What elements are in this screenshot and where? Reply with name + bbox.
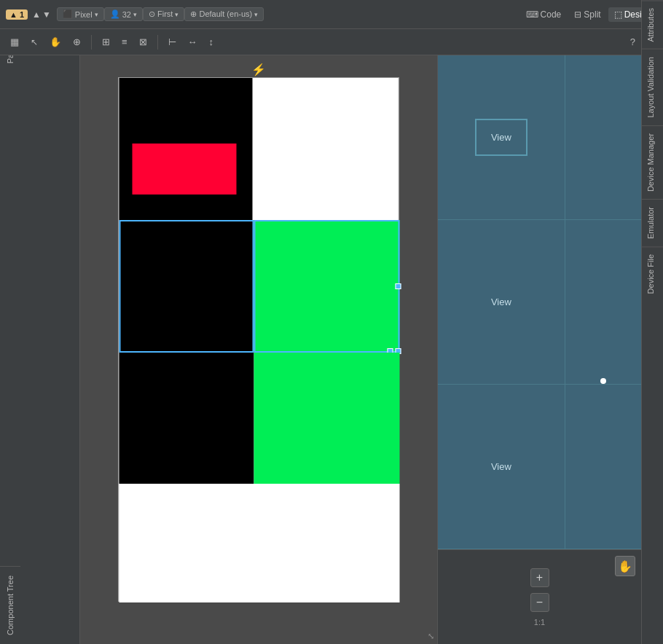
rulers-btn[interactable]: ⊢ xyxy=(164,34,181,50)
toolbar2-help-btn[interactable]: ? xyxy=(630,36,635,47)
mirror-h-btn[interactable]: ↔ xyxy=(184,34,202,50)
palette-icon: ▦ xyxy=(10,36,19,47)
zoom-out-btn[interactable]: − xyxy=(530,593,549,612)
up-arrow-btn[interactable]: ▲ xyxy=(32,9,41,20)
pixel-dropdown[interactable]: ⬛ Pixel ▾ xyxy=(57,7,104,21)
toolbar2: ▦ ↖ ✋ ⊕ ⊞ ≡ ⊠ ⊢ ↔ ↕ ? xyxy=(0,29,641,55)
inner-view-box: View xyxy=(475,119,527,156)
view-row-3-cells: View xyxy=(438,385,641,549)
view-cell-2-1: View xyxy=(438,220,565,384)
palette-toggle-btn[interactable]: ▦ xyxy=(6,34,23,50)
view-row-1-cells: View xyxy=(438,55,641,219)
down-arrow-btn[interactable]: ▼ xyxy=(42,9,51,20)
split-btn[interactable]: ⊟ Split xyxy=(568,7,606,22)
mirror-v-icon: ↕ xyxy=(209,36,214,47)
blueprint-btn[interactable]: ⊠ xyxy=(135,34,152,50)
view-mode-buttons: ⌨ Code ⊟ Split ⬚ Design xyxy=(520,7,657,22)
top-toolbar: ▲ 1 ▲ ▼ ⬛ Pixel ▾ 👤 32 ▾ ⊙ First ▾ ⊕ Def… xyxy=(0,0,663,29)
size-dropdown[interactable]: 👤 32 ▾ xyxy=(104,7,143,21)
cell-white-bottom xyxy=(119,484,400,602)
rulers-icon: ⊢ xyxy=(168,36,176,47)
mirror-v-btn[interactable]: ↕ xyxy=(205,34,219,50)
cell-white-topright xyxy=(253,78,399,220)
zoom-btn[interactable]: ⊕ xyxy=(68,34,85,50)
right-component-panel: View View View xyxy=(437,55,641,644)
view-row-2: View xyxy=(438,220,641,385)
list-view-btn[interactable]: ≡ xyxy=(117,34,132,50)
view-row-3: View xyxy=(438,385,641,549)
scale-corner-icon: ⤡ xyxy=(428,632,434,641)
zoom-in-btn[interactable]: + xyxy=(530,568,549,587)
default-locale-dropdown[interactable]: ⊕ Default (en-us) ▾ xyxy=(184,7,264,21)
split-icon: ⊟ xyxy=(574,9,581,20)
view-cell-1-1: View xyxy=(438,55,565,219)
right-tab-emulator[interactable]: Emulator xyxy=(642,199,663,246)
first-dropdown[interactable]: ⊙ First ▾ xyxy=(143,7,184,21)
cell-green-botright xyxy=(254,353,400,484)
right-panel: Attributes Layout Validation Device Mana… xyxy=(641,0,663,644)
grid-icon: ⊞ xyxy=(102,36,110,47)
size-icon: 👤 xyxy=(110,9,120,19)
component-tree-tab[interactable]: Component Tree xyxy=(0,566,20,644)
selection-dot xyxy=(600,378,606,384)
code-btn[interactable]: ⌨ Code xyxy=(520,7,568,22)
right-tab-attributes[interactable]: Attributes xyxy=(642,0,663,49)
pan-btn[interactable]: ✋ xyxy=(45,34,66,50)
zoom-ratio-label: 1:1 xyxy=(534,618,545,627)
separator1 xyxy=(91,35,92,50)
view-row-2-cells: View xyxy=(438,220,641,384)
hand-pan-btn[interactable]: ✋ xyxy=(615,556,635,576)
pan-icon: ✋ xyxy=(50,36,61,47)
list-icon: ≡ xyxy=(122,36,128,47)
separator2 xyxy=(157,35,158,50)
warning-badge: ▲ 1 xyxy=(6,9,28,20)
cell-green-midright[interactable] xyxy=(254,220,400,353)
zoom-icon: ⊕ xyxy=(73,36,81,47)
panel-bottom-controls: ✋ + − 1:1 xyxy=(438,549,641,644)
right-tab-device-file[interactable]: Device File xyxy=(642,246,663,301)
layout-canvas[interactable] xyxy=(119,77,399,602)
left-sidebar: Palette Component Tree xyxy=(0,29,80,644)
pixel-icon: ⬛ xyxy=(63,9,73,19)
design-icon: ⬚ xyxy=(614,9,622,20)
code-icon: ⌨ xyxy=(526,9,538,20)
cell-black-botleft xyxy=(119,353,254,484)
view-cell-1-2 xyxy=(565,55,641,219)
select-icon: ↖ xyxy=(31,37,38,47)
view-cell-3-2 xyxy=(565,385,641,549)
view-cell-2-2 xyxy=(565,220,641,384)
blueprint-icon: ⊠ xyxy=(139,36,147,47)
view-row-1: View xyxy=(438,55,641,220)
toggle-grid-btn[interactable]: ⊞ xyxy=(98,34,114,50)
right-tab-device-manager[interactable]: Device Manager xyxy=(642,125,663,199)
cell-black-midleft[interactable] xyxy=(119,220,254,353)
mirror-h-icon: ↔ xyxy=(188,36,197,47)
right-tab-layout-validation[interactable]: Layout Validation xyxy=(642,49,663,125)
canvas-area: ⚡ ⤡ xyxy=(80,55,437,644)
red-rectangle[interactable] xyxy=(133,144,237,195)
view-cell-3-1: View xyxy=(438,385,565,549)
selection-handle-mr[interactable] xyxy=(396,283,401,289)
select-btn[interactable]: ↖ xyxy=(26,35,42,50)
usb-icon: ⚡ xyxy=(251,63,266,76)
